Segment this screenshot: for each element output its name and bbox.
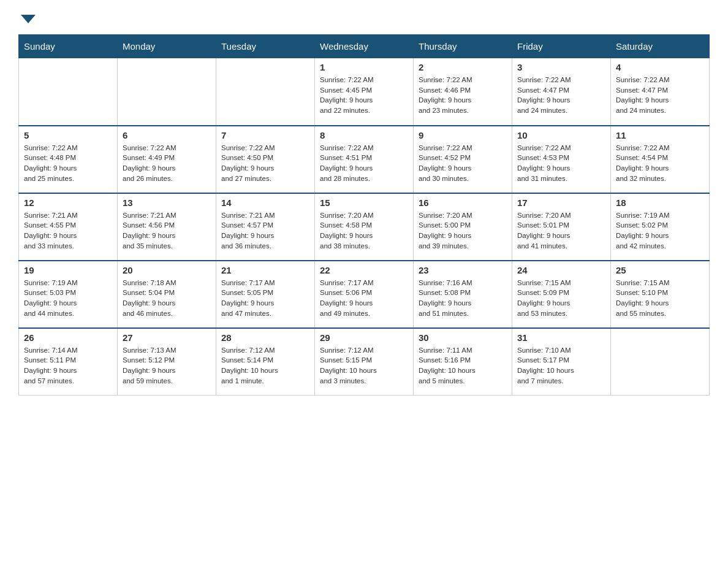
day-number: 19 [24,265,112,275]
day-number: 26 [24,332,112,343]
day-number: 14 [221,197,309,208]
day-info: Sunrise: 7:20 AM Sunset: 5:00 PM Dayligh… [419,210,507,251]
day-info: Sunrise: 7:21 AM Sunset: 4:56 PM Dayligh… [123,210,211,251]
calendar-cell: 29Sunrise: 7:12 AM Sunset: 5:15 PM Dayli… [315,328,414,396]
day-info: Sunrise: 7:18 AM Sunset: 5:04 PM Dayligh… [123,278,211,319]
calendar-cell: 19Sunrise: 7:19 AM Sunset: 5:03 PM Dayli… [19,261,118,328]
calendar-cell: 23Sunrise: 7:16 AM Sunset: 5:08 PM Dayli… [414,261,512,328]
day-number: 30 [419,332,507,343]
calendar-cell: 12Sunrise: 7:21 AM Sunset: 4:55 PM Dayli… [19,193,118,261]
calendar-header-row: SundayMondayTuesdayWednesdayThursdayFrid… [19,35,710,58]
calendar-header-monday: Monday [118,35,216,58]
day-info: Sunrise: 7:22 AM Sunset: 4:52 PM Dayligh… [419,143,507,184]
day-number: 15 [320,197,408,208]
day-info: Sunrise: 7:22 AM Sunset: 4:45 PM Dayligh… [320,75,408,116]
calendar-cell [611,328,710,396]
day-info: Sunrise: 7:22 AM Sunset: 4:53 PM Dayligh… [517,143,605,184]
calendar-header-saturday: Saturday [611,35,710,58]
day-info: Sunrise: 7:22 AM Sunset: 4:46 PM Dayligh… [419,75,507,116]
calendar-cell: 27Sunrise: 7:13 AM Sunset: 5:12 PM Dayli… [118,328,216,396]
day-number: 4 [616,62,704,72]
day-info: Sunrise: 7:20 AM Sunset: 5:01 PM Dayligh… [517,210,605,251]
calendar-cell: 25Sunrise: 7:15 AM Sunset: 5:10 PM Dayli… [611,261,710,328]
calendar-cell: 18Sunrise: 7:19 AM Sunset: 5:02 PM Dayli… [611,193,710,261]
calendar-cell [216,58,315,126]
day-info: Sunrise: 7:22 AM Sunset: 4:48 PM Dayligh… [24,143,112,184]
calendar-header-thursday: Thursday [414,35,512,58]
calendar-header-friday: Friday [512,35,611,58]
calendar-cell: 26Sunrise: 7:14 AM Sunset: 5:11 PM Dayli… [19,328,118,396]
day-number: 5 [24,130,112,140]
calendar-cell: 8Sunrise: 7:22 AM Sunset: 4:51 PM Daylig… [315,126,414,193]
calendar-table: SundayMondayTuesdayWednesdayThursdayFrid… [18,34,710,396]
day-info: Sunrise: 7:20 AM Sunset: 4:58 PM Dayligh… [320,210,408,251]
calendar-cell: 28Sunrise: 7:12 AM Sunset: 5:14 PM Dayli… [216,328,315,396]
calendar-week-row: 12Sunrise: 7:21 AM Sunset: 4:55 PM Dayli… [19,193,710,261]
day-number: 20 [123,265,211,275]
calendar-cell: 30Sunrise: 7:11 AM Sunset: 5:16 PM Dayli… [414,328,512,396]
day-number: 8 [320,130,408,140]
calendar-week-row: 19Sunrise: 7:19 AM Sunset: 5:03 PM Dayli… [19,261,710,328]
day-number: 23 [419,265,507,275]
day-info: Sunrise: 7:12 AM Sunset: 5:15 PM Dayligh… [320,345,408,386]
calendar-cell: 1Sunrise: 7:22 AM Sunset: 4:45 PM Daylig… [315,58,414,126]
calendar-cell: 17Sunrise: 7:20 AM Sunset: 5:01 PM Dayli… [512,193,611,261]
calendar-cell: 20Sunrise: 7:18 AM Sunset: 5:04 PM Dayli… [118,261,216,328]
calendar-week-row: 1Sunrise: 7:22 AM Sunset: 4:45 PM Daylig… [19,58,710,126]
day-number: 3 [517,62,605,72]
calendar-cell: 4Sunrise: 7:22 AM Sunset: 4:47 PM Daylig… [611,58,710,126]
calendar-header-wednesday: Wednesday [315,35,414,58]
day-number: 17 [517,197,605,208]
day-number: 22 [320,265,408,275]
day-number: 2 [419,62,507,72]
day-info: Sunrise: 7:15 AM Sunset: 5:09 PM Dayligh… [517,278,605,319]
calendar-week-row: 26Sunrise: 7:14 AM Sunset: 5:11 PM Dayli… [19,328,710,396]
calendar-cell [19,58,118,126]
day-number: 21 [221,265,309,275]
day-info: Sunrise: 7:16 AM Sunset: 5:08 PM Dayligh… [419,278,507,319]
day-number: 27 [123,332,211,343]
calendar-cell: 3Sunrise: 7:22 AM Sunset: 4:47 PM Daylig… [512,58,611,126]
calendar-cell: 31Sunrise: 7:10 AM Sunset: 5:17 PM Dayli… [512,328,611,396]
calendar-cell: 11Sunrise: 7:22 AM Sunset: 4:54 PM Dayli… [611,126,710,193]
day-number: 10 [517,130,605,140]
page-header [18,12,710,23]
day-number: 11 [616,130,704,140]
day-info: Sunrise: 7:22 AM Sunset: 4:51 PM Dayligh… [320,143,408,184]
day-number: 28 [221,332,309,343]
day-info: Sunrise: 7:22 AM Sunset: 4:54 PM Dayligh… [616,143,704,184]
day-info: Sunrise: 7:14 AM Sunset: 5:11 PM Dayligh… [24,345,112,386]
calendar-cell: 2Sunrise: 7:22 AM Sunset: 4:46 PM Daylig… [414,58,512,126]
day-number: 6 [123,130,211,140]
calendar-cell: 21Sunrise: 7:17 AM Sunset: 5:05 PM Dayli… [216,261,315,328]
day-number: 16 [419,197,507,208]
day-number: 1 [320,62,408,72]
day-number: 31 [517,332,605,343]
day-info: Sunrise: 7:22 AM Sunset: 4:49 PM Dayligh… [123,143,211,184]
calendar-cell: 15Sunrise: 7:20 AM Sunset: 4:58 PM Dayli… [315,193,414,261]
day-number: 9 [419,130,507,140]
day-number: 25 [616,265,704,275]
day-info: Sunrise: 7:19 AM Sunset: 5:02 PM Dayligh… [616,210,704,251]
calendar-cell: 24Sunrise: 7:15 AM Sunset: 5:09 PM Dayli… [512,261,611,328]
day-info: Sunrise: 7:17 AM Sunset: 5:06 PM Dayligh… [320,278,408,319]
day-info: Sunrise: 7:22 AM Sunset: 4:47 PM Dayligh… [517,75,605,116]
calendar-cell: 9Sunrise: 7:22 AM Sunset: 4:52 PM Daylig… [414,126,512,193]
logo-arrow-icon [21,15,36,23]
day-number: 24 [517,265,605,275]
calendar-header-tuesday: Tuesday [216,35,315,58]
calendar-cell: 13Sunrise: 7:21 AM Sunset: 4:56 PM Dayli… [118,193,216,261]
calendar-cell: 7Sunrise: 7:22 AM Sunset: 4:50 PM Daylig… [216,126,315,193]
day-number: 13 [123,197,211,208]
day-info: Sunrise: 7:19 AM Sunset: 5:03 PM Dayligh… [24,278,112,319]
calendar-cell: 16Sunrise: 7:20 AM Sunset: 5:00 PM Dayli… [414,193,512,261]
calendar-cell: 10Sunrise: 7:22 AM Sunset: 4:53 PM Dayli… [512,126,611,193]
day-info: Sunrise: 7:11 AM Sunset: 5:16 PM Dayligh… [419,345,507,386]
day-info: Sunrise: 7:21 AM Sunset: 4:55 PM Dayligh… [24,210,112,251]
day-info: Sunrise: 7:22 AM Sunset: 4:47 PM Dayligh… [616,75,704,116]
day-info: Sunrise: 7:22 AM Sunset: 4:50 PM Dayligh… [221,143,309,184]
day-info: Sunrise: 7:13 AM Sunset: 5:12 PM Dayligh… [123,345,211,386]
day-number: 12 [24,197,112,208]
day-number: 29 [320,332,408,343]
day-info: Sunrise: 7:15 AM Sunset: 5:10 PM Dayligh… [616,278,704,319]
